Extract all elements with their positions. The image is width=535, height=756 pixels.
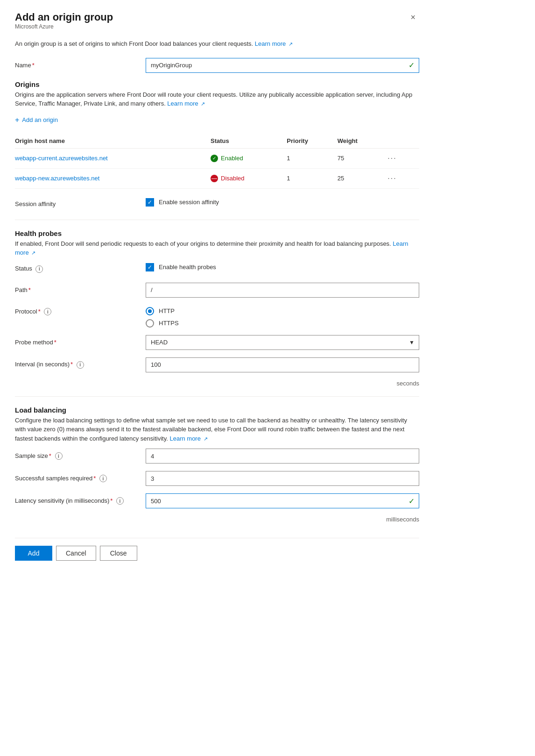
health-probes-title: Health probes [15, 229, 419, 237]
close-icon-button[interactable]: × [407, 11, 419, 23]
health-status-info-icon[interactable]: i [35, 265, 43, 273]
session-affinity-checkmark: ✓ [148, 200, 152, 205]
health-external-icon: ↗ [31, 249, 35, 257]
health-status-label: Status i [15, 265, 146, 273]
action-buttons-row: Add Cancel Close [15, 538, 419, 561]
status-badge: ✓Enabled [211, 155, 243, 162]
name-label: Name* [15, 62, 146, 69]
name-input[interactable] [146, 58, 419, 73]
latency-label: Latency sensitivity (in milliseconds)* i [15, 497, 146, 505]
col-header-priority: Priority [287, 134, 337, 149]
name-valid-icon: ✓ [408, 61, 415, 70]
session-affinity-label: Session affinity [15, 200, 146, 207]
load-balancing-description: Configure the load balancing settings to… [15, 416, 419, 443]
sample-size-label: Sample size* i [15, 452, 146, 460]
origin-more-cell[interactable]: ··· [386, 148, 419, 168]
interval-info-icon[interactable]: i [77, 361, 84, 369]
learn-more-lb-link[interactable]: Learn more ↗ [169, 435, 207, 442]
successful-samples-label: Successful samples required* i [15, 475, 146, 483]
health-probes-checkbox[interactable]: ✓ [146, 263, 154, 271]
status-badge: —Disabled [211, 175, 245, 182]
disabled-text: Disabled [221, 175, 245, 182]
enabled-dot-icon: ✓ [211, 155, 218, 162]
path-input[interactable] [146, 283, 419, 298]
protocol-radio-group: HTTP HTTPS [146, 307, 419, 328]
add-origin-button[interactable]: + Add an origin [15, 114, 58, 126]
learn-more-health-link[interactable]: Learn more ↗ [15, 240, 408, 257]
origin-weight-cell: 25 [338, 168, 386, 188]
origins-section-description: Origins are the application servers wher… [15, 90, 419, 108]
col-header-status: Status [211, 134, 287, 149]
more-options-button[interactable]: ··· [386, 173, 398, 184]
table-row: webapp-current.azurewebsites.net✓Enabled… [15, 148, 419, 168]
load-balancing-title: Load balancing [15, 406, 419, 414]
latency-input[interactable] [146, 493, 419, 508]
health-probes-description: If enabled, Front Door will send periodi… [15, 239, 419, 257]
probe-method-select[interactable]: HEAD GET [146, 335, 419, 350]
enabled-text: Enabled [221, 155, 243, 162]
table-row: webapp-new.azurewebsites.net—Disabled125… [15, 168, 419, 188]
health-probes-checkmark: ✓ [148, 264, 152, 270]
session-affinity-checkbox-label: Enable session affinity [159, 199, 219, 206]
protocol-info-icon[interactable]: i [44, 308, 51, 315]
disabled-dot-icon: — [211, 175, 218, 182]
learn-more-link-main[interactable]: Learn more ↗ [255, 40, 293, 47]
session-affinity-checkbox-row: ✓ Enable session affinity [146, 198, 219, 207]
cancel-button[interactable]: Cancel [56, 546, 96, 561]
health-probes-checkbox-label: Enable health probes [159, 264, 216, 271]
add-button[interactable]: Add [15, 546, 52, 561]
origin-status-cell: —Disabled [211, 168, 287, 188]
origins-section-title: Origins [15, 80, 419, 88]
plus-icon: + [15, 116, 19, 124]
more-options-button[interactable]: ··· [386, 153, 398, 164]
close-button[interactable]: Close [100, 546, 137, 561]
origin-host-cell[interactable]: webapp-new.azurewebsites.net [15, 168, 211, 188]
origin-status-cell: ✓Enabled [211, 148, 287, 168]
origin-weight-cell: 75 [338, 148, 386, 168]
learn-more-origins-link[interactable]: Learn more ↗ [167, 100, 205, 107]
protocol-label: Protocol* i [15, 307, 146, 316]
col-header-actions [386, 134, 419, 149]
path-label: Path* [15, 286, 146, 293]
session-affinity-checkbox[interactable]: ✓ [146, 198, 154, 207]
protocol-http-radio[interactable] [146, 307, 154, 315]
sample-size-info-icon[interactable]: i [55, 452, 63, 460]
panel-title: Add an origin group [15, 11, 113, 23]
panel-subtitle: Microsoft Azure [15, 23, 113, 30]
interval-suffix: seconds [15, 380, 419, 387]
origin-priority-cell: 1 [287, 168, 337, 188]
external-link-icon: ↗ [289, 40, 293, 48]
col-header-weight: Weight [338, 134, 386, 149]
successful-samples-input[interactable] [146, 471, 419, 486]
interval-label: Interval (in seconds)* i [15, 361, 146, 369]
origin-priority-cell: 1 [287, 148, 337, 168]
latency-info-icon[interactable]: i [116, 497, 124, 505]
col-header-hostname: Origin host name [15, 134, 211, 149]
lb-external-icon: ↗ [204, 435, 208, 443]
origins-external-icon: ↗ [201, 100, 205, 108]
panel-description: An origin group is a set of origins to w… [15, 39, 419, 49]
protocol-https-radio[interactable] [146, 319, 154, 328]
sample-size-input[interactable] [146, 449, 419, 464]
latency-valid-icon: ✓ [408, 497, 415, 506]
origins-table: Origin host name Status Priority Weight … [15, 134, 419, 189]
latency-suffix: milliseconds [15, 516, 419, 523]
protocol-https-label: HTTPS [159, 320, 179, 327]
origin-more-cell[interactable]: ··· [386, 168, 419, 188]
protocol-http-label: HTTP [159, 307, 175, 314]
probe-method-label: Probe method* [15, 339, 146, 346]
interval-input[interactable] [146, 357, 419, 372]
successful-samples-info-icon[interactable]: i [99, 475, 107, 482]
origin-host-cell[interactable]: webapp-current.azurewebsites.net [15, 148, 211, 168]
